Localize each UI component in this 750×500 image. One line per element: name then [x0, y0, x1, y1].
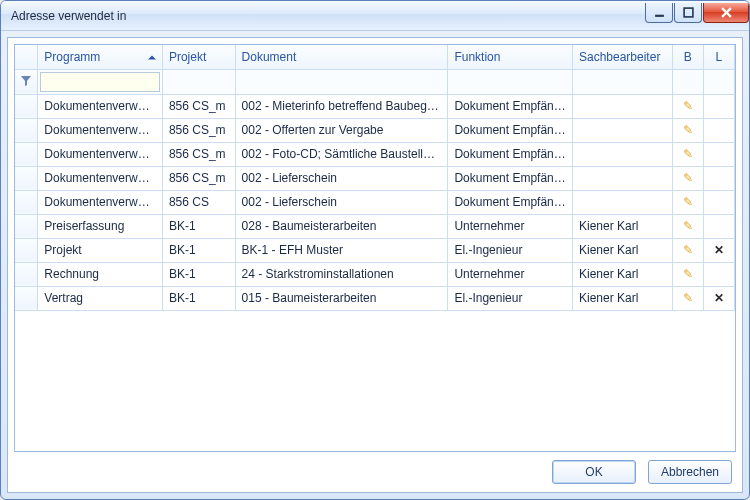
- cell-delete[interactable]: ✕: [703, 238, 734, 262]
- table-row[interactable]: Dokumentenverwalt...856 CS002 - Liefersc…: [15, 190, 735, 214]
- filter-b-cell[interactable]: [672, 69, 703, 94]
- cell-delete[interactable]: [703, 190, 734, 214]
- cell-projekt: BK-1: [162, 214, 235, 238]
- titlebar[interactable]: Adresse verwendet in: [1, 1, 749, 31]
- window-title: Adresse verwendet in: [11, 9, 644, 23]
- cell-delete[interactable]: [703, 214, 734, 238]
- cell-dokument: 002 - Lieferschein: [235, 190, 448, 214]
- column-programm[interactable]: Programm: [38, 45, 163, 69]
- filter-dokument-cell[interactable]: [235, 69, 448, 94]
- cell-projekt: BK-1: [162, 238, 235, 262]
- column-dokument[interactable]: Dokument: [235, 45, 448, 69]
- cell-dokument: BK-1 - EFH Muster: [235, 238, 448, 262]
- cell-delete[interactable]: [703, 142, 734, 166]
- table-row[interactable]: Dokumentenverwalt...856 CS_m002 - Mieter…: [15, 94, 735, 118]
- cell-projekt: 856 CS_m: [162, 94, 235, 118]
- table-row[interactable]: VertragBK-1015 - BaumeisterarbeitenEl.-I…: [15, 286, 735, 310]
- cell-delete[interactable]: [703, 118, 734, 142]
- column-sachbearbeiter[interactable]: Sachbearbeiter: [572, 45, 672, 69]
- row-indicator[interactable]: [15, 262, 38, 286]
- cell-programm: Dokumentenverwalt...: [38, 142, 163, 166]
- table-row[interactable]: Dokumentenverwalt...856 CS_m002 - Foto-C…: [15, 142, 735, 166]
- cell-edit[interactable]: ✎: [672, 166, 703, 190]
- cancel-button[interactable]: Abbrechen: [648, 460, 732, 484]
- cell-programm: Rechnung: [38, 262, 163, 286]
- cell-programm: Preiserfassung: [38, 214, 163, 238]
- pencil-icon: ✎: [683, 147, 693, 161]
- row-indicator[interactable]: [15, 286, 38, 310]
- cell-sachbearbeiter: Kiener Karl: [572, 238, 672, 262]
- row-indicator[interactable]: [15, 214, 38, 238]
- minimize-icon: [654, 7, 665, 18]
- cell-edit[interactable]: ✎: [672, 286, 703, 310]
- cell-sachbearbeiter: Kiener Karl: [572, 214, 672, 238]
- row-indicator[interactable]: [15, 166, 38, 190]
- cell-edit[interactable]: ✎: [672, 214, 703, 238]
- row-indicator[interactable]: [15, 190, 38, 214]
- cell-edit[interactable]: ✎: [672, 238, 703, 262]
- cell-edit[interactable]: ✎: [672, 142, 703, 166]
- cell-programm: Dokumentenverwalt...: [38, 94, 163, 118]
- row-indicator[interactable]: [15, 94, 38, 118]
- cell-projekt: 856 CS_m: [162, 142, 235, 166]
- cell-programm: Vertrag: [38, 286, 163, 310]
- cell-programm: Dokumentenverwalt...: [38, 190, 163, 214]
- ok-button[interactable]: OK: [552, 460, 636, 484]
- cell-edit[interactable]: ✎: [672, 190, 703, 214]
- column-b[interactable]: B: [672, 45, 703, 69]
- filter-funktion-cell[interactable]: [448, 69, 573, 94]
- grid-scroll[interactable]: Programm Projekt Dokument Funktion Sachb…: [15, 45, 735, 451]
- column-funktion[interactable]: Funktion: [448, 45, 573, 69]
- cell-delete[interactable]: ✕: [703, 286, 734, 310]
- cell-delete[interactable]: [703, 94, 734, 118]
- filter-projekt-cell[interactable]: [162, 69, 235, 94]
- cell-delete[interactable]: [703, 262, 734, 286]
- row-indicator[interactable]: [15, 238, 38, 262]
- svg-rect-0: [655, 14, 664, 16]
- table-row[interactable]: ProjektBK-1BK-1 - EFH MusterEl.-Ingenieu…: [15, 238, 735, 262]
- cell-edit[interactable]: ✎: [672, 118, 703, 142]
- row-indicator[interactable]: [15, 118, 38, 142]
- row-indicator[interactable]: [15, 142, 38, 166]
- minimize-button[interactable]: [645, 3, 673, 23]
- table-row[interactable]: PreiserfassungBK-1028 - Baumeisterarbeit…: [15, 214, 735, 238]
- table-row[interactable]: Dokumentenverwalt...856 CS_m002 - Liefer…: [15, 166, 735, 190]
- maximize-button[interactable]: [674, 3, 702, 23]
- cell-sachbearbeiter: [572, 118, 672, 142]
- cell-sachbearbeiter: [572, 166, 672, 190]
- cell-dokument: 24 - Starkstrominstallationen: [235, 262, 448, 286]
- cell-funktion: El.-Ingenieur: [448, 238, 573, 262]
- cell-delete[interactable]: [703, 166, 734, 190]
- pencil-icon: ✎: [683, 123, 693, 137]
- filter-l-cell[interactable]: [703, 69, 734, 94]
- filter-icon: [15, 69, 38, 94]
- cell-sachbearbeiter: Kiener Karl: [572, 262, 672, 286]
- cell-funktion: Dokument Empfänger: [448, 118, 573, 142]
- cell-projekt: 856 CS_m: [162, 166, 235, 190]
- cell-funktion: Dokument Empfänger: [448, 142, 573, 166]
- cell-funktion: Dokument Empfänger: [448, 166, 573, 190]
- cell-programm: Dokumentenverwalt...: [38, 118, 163, 142]
- cell-projekt: BK-1: [162, 262, 235, 286]
- row-indicator-header[interactable]: [15, 45, 38, 69]
- filter-programm-input[interactable]: [40, 72, 160, 92]
- column-l[interactable]: L: [703, 45, 734, 69]
- cell-edit[interactable]: ✎: [672, 94, 703, 118]
- svg-rect-1: [684, 8, 693, 17]
- column-projekt[interactable]: Projekt: [162, 45, 235, 69]
- table-row[interactable]: Dokumentenverwalt...856 CS_m002 - Offert…: [15, 118, 735, 142]
- close-button[interactable]: [703, 3, 749, 23]
- x-icon: ✕: [714, 291, 724, 305]
- close-icon: [721, 7, 732, 18]
- cell-funktion: Dokument Empfänger: [448, 94, 573, 118]
- cell-edit[interactable]: ✎: [672, 262, 703, 286]
- cell-funktion: Unternehmer: [448, 214, 573, 238]
- filter-sach-cell[interactable]: [572, 69, 672, 94]
- cell-dokument: 002 - Mieterinfo betreffend Baubeginn...: [235, 94, 448, 118]
- cell-sachbearbeiter: [572, 190, 672, 214]
- table-row[interactable]: RechnungBK-124 - Starkstrominstallatione…: [15, 262, 735, 286]
- cell-dokument: 002 - Foto-CD; Sämtliche Baustellenfot..…: [235, 142, 448, 166]
- pencil-icon: ✎: [683, 195, 693, 209]
- pencil-icon: ✎: [683, 291, 693, 305]
- maximize-icon: [683, 7, 694, 18]
